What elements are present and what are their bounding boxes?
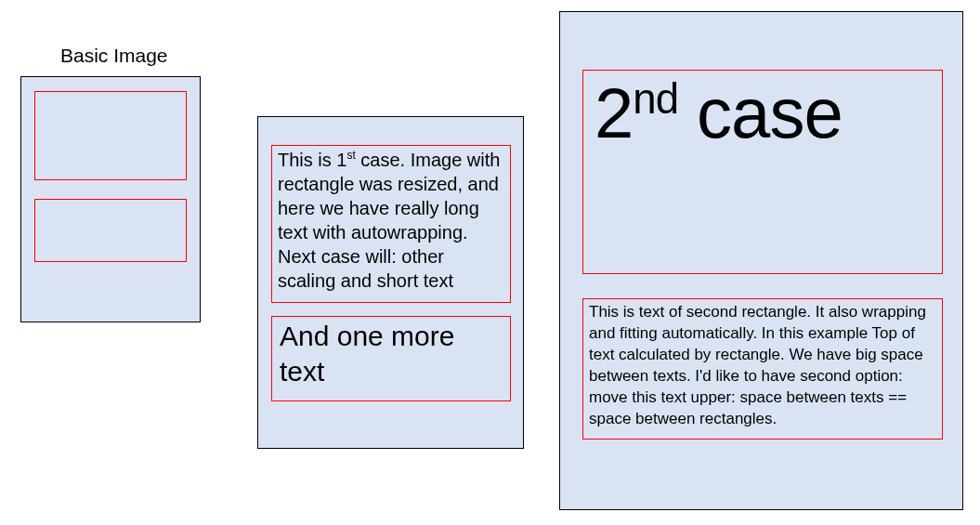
case1-rect-1: This is 1st case. Image with rectangle w…	[271, 145, 511, 303]
basic-image-panel	[20, 76, 201, 322]
case1-text1-sup: st	[346, 149, 355, 162]
case1-text1-post: case. Image with rectangle was resized, …	[278, 150, 500, 291]
case1-rect-2: And one more text	[271, 316, 511, 401]
case1-text1-pre: This is 1	[278, 150, 346, 170]
case1-panel: This is 1st case. Image with rectangle w…	[257, 116, 524, 449]
case2-panel: 2nd case This is text of second rectangl…	[559, 11, 963, 510]
case2-text1-sup: nd	[633, 75, 678, 123]
basic-image-label: Basic Image	[60, 45, 168, 67]
basic-rect-1	[34, 91, 187, 180]
case2-text1-post: case	[678, 73, 843, 152]
basic-rect-2	[34, 199, 187, 262]
case2-rect-1: 2nd case	[582, 70, 943, 274]
case2-rect-2: This is text of second rectangle. It als…	[582, 298, 943, 440]
case2-text1-pre: 2	[595, 73, 633, 152]
